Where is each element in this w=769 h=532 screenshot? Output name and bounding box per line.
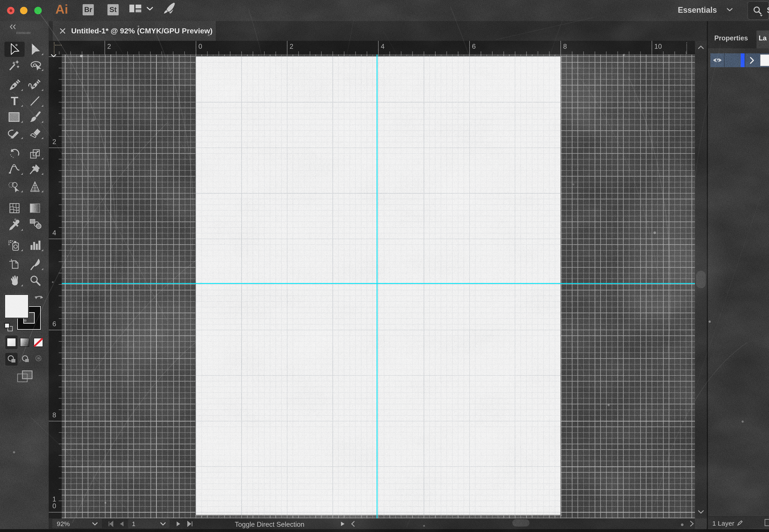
svg-text:T: T: [11, 95, 18, 107]
